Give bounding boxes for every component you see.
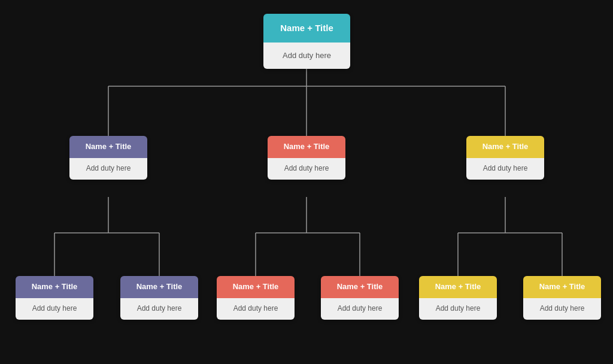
node-bot-rl[interactable]: Name + Title Add duty here — [419, 276, 497, 320]
node-bot-rl-header: Name + Title — [419, 276, 497, 298]
node-bot-cr-duty: Add duty here — [338, 304, 383, 313]
node-mid-center-duty: Add duty here — [284, 164, 329, 172]
node-bot-rl-duty: Add duty here — [436, 304, 481, 313]
node-mid-center-label: Name + Title — [284, 142, 330, 151]
node-mid-right-duty: Add duty here — [483, 164, 528, 172]
node-bot-rl-body: Add duty here — [419, 298, 497, 320]
node-bot-lr[interactable]: Name + Title Add duty here — [120, 276, 198, 320]
node-root-duty: Add duty here — [283, 51, 331, 60]
node-bot-cl-duty: Add duty here — [233, 304, 278, 313]
node-bot-ll-body: Add duty here — [16, 298, 93, 320]
node-root[interactable]: Name + Title Add duty here — [263, 14, 350, 69]
node-mid-left-header: Name + Title — [69, 136, 147, 158]
node-bot-ll-duty: Add duty here — [32, 304, 77, 313]
node-bot-rr-body: Add duty here — [523, 298, 601, 320]
node-mid-left-label: Name + Title — [86, 142, 132, 151]
node-bot-rr-header: Name + Title — [523, 276, 601, 298]
node-bot-cr-header: Name + Title — [321, 276, 399, 298]
node-mid-right-header: Name + Title — [466, 136, 544, 158]
node-mid-center-header: Name + Title — [268, 136, 345, 158]
node-bot-cl-label: Name + Title — [233, 282, 279, 291]
node-mid-center-body: Add duty here — [268, 158, 345, 180]
node-bot-rr-duty: Add duty here — [540, 304, 585, 313]
node-bot-ll-header: Name + Title — [16, 276, 93, 298]
node-bot-ll[interactable]: Name + Title Add duty here — [16, 276, 93, 320]
node-bot-lr-label: Name + Title — [136, 282, 183, 291]
node-bot-lr-duty: Add duty here — [137, 304, 182, 313]
node-bot-cr-label: Name + Title — [337, 282, 383, 291]
node-root-body: Add duty here — [263, 43, 350, 69]
node-bot-cl[interactable]: Name + Title Add duty here — [217, 276, 295, 320]
node-mid-left-body: Add duty here — [69, 158, 147, 180]
node-mid-right-body: Add duty here — [466, 158, 544, 180]
node-bot-cr[interactable]: Name + Title Add duty here — [321, 276, 399, 320]
node-mid-left[interactable]: Name + Title Add duty here — [69, 136, 147, 180]
node-bot-cl-body: Add duty here — [217, 298, 295, 320]
node-root-label: Name + Title — [280, 23, 333, 33]
node-mid-right[interactable]: Name + Title Add duty here — [466, 136, 544, 180]
node-bot-lr-body: Add duty here — [120, 298, 198, 320]
node-mid-center[interactable]: Name + Title Add duty here — [268, 136, 345, 180]
node-root-header: Name + Title — [263, 14, 350, 43]
node-bot-ll-label: Name + Title — [32, 282, 78, 291]
node-bot-lr-header: Name + Title — [120, 276, 198, 298]
node-bot-rl-label: Name + Title — [435, 282, 481, 291]
node-bot-rr[interactable]: Name + Title Add duty here — [523, 276, 601, 320]
node-bot-cl-header: Name + Title — [217, 276, 295, 298]
org-chart: Name + Title Add duty here Name + Title … — [7, 5, 606, 359]
node-bot-rr-label: Name + Title — [539, 282, 585, 291]
node-mid-right-label: Name + Title — [482, 142, 529, 151]
node-bot-cr-body: Add duty here — [321, 298, 399, 320]
node-mid-left-duty: Add duty here — [86, 164, 131, 172]
